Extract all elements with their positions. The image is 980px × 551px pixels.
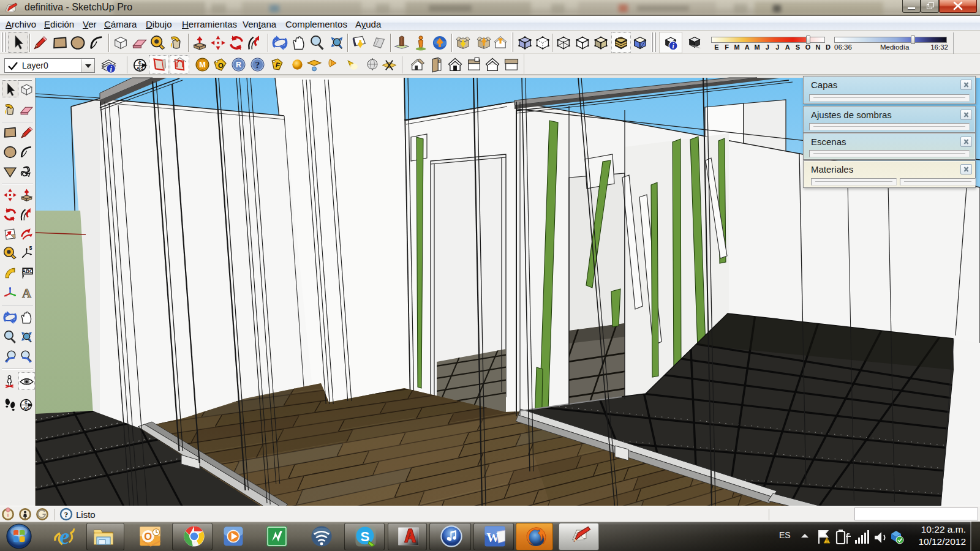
svg-text:O: O — [144, 531, 152, 542]
svg-text:!: ! — [826, 538, 828, 544]
svg-text:e: e — [59, 524, 70, 549]
svg-text:W: W — [486, 530, 499, 545]
svg-text:S: S — [361, 529, 370, 544]
svg-text:?: ? — [64, 510, 69, 519]
